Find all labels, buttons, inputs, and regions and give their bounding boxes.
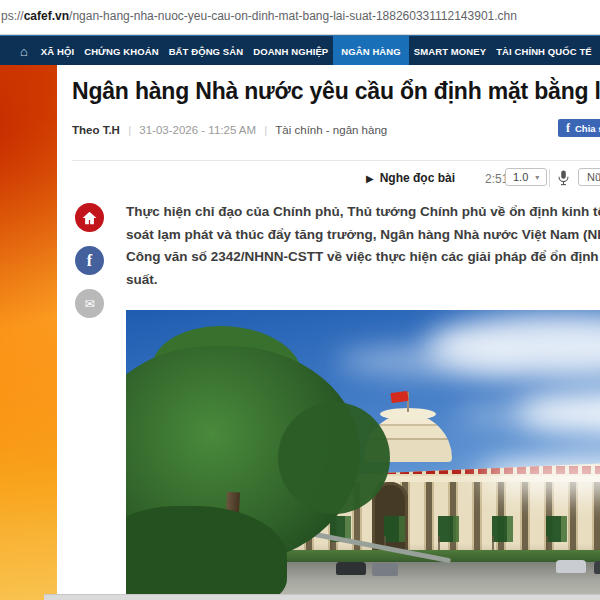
nav-item-tai-chinh-quoc-te[interactable]: TÀI CHÍNH QUỐC TẾ (491, 36, 597, 66)
publish-datetime: 31-03-2026 - 11:25 AM (139, 124, 256, 136)
share-label: Chia sẻ (575, 123, 600, 134)
browser-address-bar[interactable]: ps://cafef.vn/ngan-hang-nha-nuoc-yeu-cau… (0, 0, 600, 35)
facebook-share-icon[interactable]: f (75, 246, 104, 275)
article-lead: Thực hiện chỉ đạo của Chính phủ, Thủ tướ… (126, 201, 600, 291)
microphone-icon[interactable] (558, 170, 569, 189)
home-icon: ⌂ (20, 44, 28, 59)
byline-separator: | (264, 124, 267, 136)
category-link[interactable]: Tài chính - ngân hàng (275, 124, 387, 136)
large-tree (126, 310, 406, 600)
nav-home-button[interactable]: ⌂ (0, 36, 36, 66)
browser-window: ps://cafef.vn/ngan-hang-nha-nuoc-yeu-cau… (0, 0, 600, 600)
nav-item-xa-hoi[interactable]: XÃ HỘI (36, 36, 79, 66)
house-icon (82, 211, 97, 225)
speed-value: 1.0 (513, 171, 528, 183)
cloud (456, 406, 576, 424)
nav-item-smart-money[interactable]: SMART MONEY (409, 36, 491, 66)
page-title: Ngân hàng Nhà nước yêu cầu ổn định mặt b… (72, 78, 600, 105)
divider (549, 169, 550, 187)
play-icon: ▶ (366, 173, 374, 184)
voice-select[interactable]: Nữ miền Bắc ▾ (578, 168, 600, 186)
author: Theo T.H (72, 124, 120, 136)
url-prefix: ps:// (1, 9, 24, 23)
url-path: /ngan-hang-nha-nuoc-yeu-cau-on-dinh-mat-… (69, 9, 517, 23)
article-panel: Ngân hàng Nhà nước yêu cầu ổn định mặt b… (57, 65, 600, 600)
divider (72, 160, 600, 161)
byline: Theo T.H | 31-03-2026 - 11:25 AM | Tài c… (72, 124, 387, 136)
audio-player: ▶ Nghe đọc bài 2:51 1.0 ▾ Nữ miền Bắc ▾ (57, 167, 600, 193)
speed-select[interactable]: 1.0 ▾ (505, 168, 547, 186)
parked-car (594, 561, 600, 574)
email-share-button[interactable]: ✉ (75, 289, 104, 318)
url-domain: cafef.vn (24, 9, 69, 23)
byline-separator: | (128, 124, 131, 136)
url-text: ps://cafef.vn/ngan-hang-nha-nuoc-yeu-cau… (1, 0, 517, 33)
parked-car (556, 560, 586, 573)
facebook-icon: f (87, 252, 92, 270)
ad-wallpaper[interactable] (0, 65, 57, 600)
article-photo (126, 310, 600, 600)
listen-label: Nghe đọc bài (380, 171, 455, 185)
nav-item-chung-khoan[interactable]: CHỨNG KHOÁN (79, 36, 163, 66)
page-bottom-strip (44, 594, 600, 600)
nav-item-doanh-nghiep[interactable]: DOANH NGHIỆP (248, 36, 333, 66)
voice-value: Nữ miền Bắc (587, 171, 600, 183)
home-share-button[interactable] (75, 203, 104, 232)
facebook-share-button[interactable]: f Chia sẻ (558, 119, 600, 137)
site-nav: ⌂ XÃ HỘI CHỨNG KHOÁN BẤT ĐỘNG SẢN DOANH … (0, 35, 600, 66)
play-button[interactable]: ▶ Nghe đọc bài (366, 171, 455, 185)
nav-item-ngan-hang[interactable]: NGÂN HÀNG (333, 36, 408, 66)
facebook-icon: f (566, 121, 570, 136)
nav-item-bat-dong-san[interactable]: BẤT ĐỘNG SẢN (164, 36, 249, 66)
envelope-icon: ✉ (84, 297, 94, 311)
chevron-down-icon: ▾ (535, 173, 539, 182)
